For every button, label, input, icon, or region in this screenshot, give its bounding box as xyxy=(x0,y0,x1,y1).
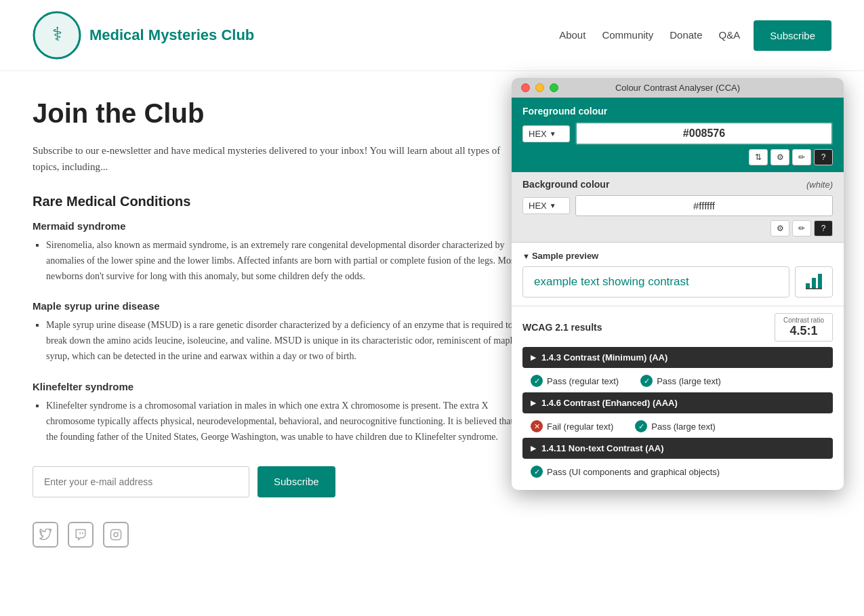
cca-1411-pass-ui-label: Pass (UI components and graphical object… xyxy=(547,467,720,477)
cca-bg-icons-row: ⚙ ✏ ? xyxy=(522,220,833,237)
minimize-button[interactable] xyxy=(535,83,544,92)
cca-contrast-label: Contrast ratio xyxy=(783,316,824,324)
cca-bg-hex-input[interactable] xyxy=(575,195,833,216)
svg-text:⚕: ⚕ xyxy=(52,24,62,45)
email-subscribe-button[interactable]: Subscribe xyxy=(258,466,335,497)
pass-regular-icon: ✓ xyxy=(531,375,543,387)
condition-title-klinefelter: Klinefelter syndrome xyxy=(33,381,527,392)
email-input[interactable] xyxy=(33,466,249,497)
cca-143-pass-large-label: Pass (large text) xyxy=(657,376,721,386)
svg-rect-5 xyxy=(806,283,810,289)
nav-qa[interactable]: Q&A xyxy=(719,29,741,41)
cca-swap-icon[interactable]: ⇅ xyxy=(749,149,768,165)
cca-wcag-title: WCAG 2.1 results xyxy=(522,322,602,333)
close-button[interactable] xyxy=(521,83,530,92)
condition-desc-maple: Maple syrup urine disease (MSUD) is a ra… xyxy=(46,317,527,364)
condition-title-mermaid: Mermaid syndrome xyxy=(33,220,527,232)
cca-preview-row: example text showing contrast xyxy=(522,266,833,297)
cca-146-fail-regular: ✕ Fail (regular text) xyxy=(531,420,613,432)
twitch-icon[interactable] xyxy=(68,522,94,548)
cca-fg-label: Foreground colour xyxy=(522,106,833,117)
cca-143-pass-regular-label: Pass (regular text) xyxy=(547,376,619,386)
pass-ui-icon: ✓ xyxy=(531,466,543,478)
nav-community[interactable]: Community xyxy=(602,29,653,41)
cca-fg-icons-row: ⇅ ⚙ ✏ ? xyxy=(522,149,833,165)
cca-fg-color-row: HEX ▼ xyxy=(522,122,833,145)
condition-mermaid: Mermaid syndrome Sirenomelia, also known… xyxy=(33,220,527,284)
cca-background-section: Background colour (white) HEX ▼ ⚙ ✏ ? xyxy=(512,172,844,243)
main-layout: Join the Club Subscribe to our e-newslet… xyxy=(0,71,864,575)
condition-klinefelter: Klinefelter syndrome Klinefelter syndrom… xyxy=(33,381,527,445)
cca-bg-label: Background colour xyxy=(522,179,609,190)
svg-point-4 xyxy=(118,531,119,533)
condition-desc-klinefelter: Klinefelter syndrome is a chromosomal va… xyxy=(46,398,527,445)
chevron-down-icon: ▼ xyxy=(550,202,556,209)
cca-bg-eyedropper-icon[interactable]: ✏ xyxy=(792,220,811,237)
cca-bg-help-icon[interactable]: ? xyxy=(814,220,833,237)
cca-146-fail-regular-label: Fail (regular text) xyxy=(547,422,613,432)
maximize-button[interactable] xyxy=(550,83,558,92)
section-heading: Rare Medical Conditions xyxy=(33,194,527,209)
svg-rect-7 xyxy=(818,274,822,289)
cca-result-143[interactable]: 1.4.3 Contrast (Minimum) (AA) xyxy=(522,347,833,368)
social-icons xyxy=(33,522,527,548)
navbar: ⚕ Medical Mysteries Club About Community… xyxy=(0,0,864,71)
cca-title: Colour Contrast Analyser (CCA) xyxy=(615,83,740,93)
cca-fg-format-dropdown[interactable]: HEX ▼ xyxy=(522,125,570,142)
cca-fg-hex-input[interactable] xyxy=(575,122,833,145)
nav-links: About Community Donate Q&A xyxy=(559,29,740,41)
cca-result-1411[interactable]: 1.4.11 Non-text Contrast (AA) xyxy=(522,438,833,459)
pass-large-icon: ✓ xyxy=(640,375,653,387)
chevron-down-icon: ▼ xyxy=(550,130,556,138)
condition-title-maple: Maple syrup urine disease xyxy=(33,300,527,312)
cca-contrast-value: 4.5:1 xyxy=(783,324,824,338)
page-title: Join the Club xyxy=(33,98,527,129)
condition-maple: Maple syrup urine disease Maple syrup ur… xyxy=(33,300,527,364)
cca-143-pass-fail: ✓ Pass (regular text) ✓ Pass (large text… xyxy=(522,371,833,392)
cca-1411-pass-ui: ✓ Pass (UI components and graphical obje… xyxy=(531,466,720,478)
cca-146-pass-fail: ✕ Fail (regular text) ✓ Pass (large text… xyxy=(522,416,833,438)
cca-wcag-section: WCAG 2.1 results Contrast ratio 4.5:1 1.… xyxy=(512,306,844,490)
logo-icon: ⚕ xyxy=(33,11,81,60)
intro-text: Subscribe to our e-newsletter and have m… xyxy=(33,142,527,175)
nav-subscribe-button[interactable]: Subscribe xyxy=(754,20,831,51)
cca-bg-white-label: (white) xyxy=(806,180,833,190)
nav-donate[interactable]: Donate xyxy=(670,29,702,41)
cca-foreground-section: Foreground colour HEX ▼ ⇅ ⚙ ✏ ? xyxy=(512,98,844,172)
cca-preview-section: Sample preview example text showing cont… xyxy=(512,243,844,306)
cca-bg-settings-icon[interactable]: ⚙ xyxy=(770,220,789,237)
cca-bg-color-row: HEX ▼ xyxy=(522,195,833,216)
svg-rect-2 xyxy=(111,529,121,539)
nav-about[interactable]: About xyxy=(559,29,585,41)
cca-eyedropper-icon[interactable]: ✏ xyxy=(792,149,811,165)
cca-window: Colour Contrast Analyser (CCA) Foregroun… xyxy=(512,78,844,490)
cca-wcag-header: WCAG 2.1 results Contrast ratio 4.5:1 xyxy=(522,313,833,342)
cca-chart-icon-button[interactable] xyxy=(795,266,833,297)
cca-1411-pass-fail: ✓ Pass (UI components and graphical obje… xyxy=(522,461,833,483)
cca-body: Foreground colour HEX ▼ ⇅ ⚙ ✏ ? xyxy=(512,98,844,490)
brand-name: Medical Mysteries Club xyxy=(89,26,254,44)
fail-regular-icon: ✕ xyxy=(531,420,543,432)
cca-help-icon[interactable]: ? xyxy=(814,149,833,165)
cca-result-146[interactable]: 1.4.6 Contrast (Enhanced) (AAA) xyxy=(522,392,833,413)
svg-point-3 xyxy=(114,533,118,537)
svg-rect-6 xyxy=(812,278,816,289)
cca-bg-label-row: Background colour (white) xyxy=(522,179,833,190)
cca-preview-label: Sample preview xyxy=(522,251,833,261)
content-area: Join the Club Subscribe to our e-newslet… xyxy=(33,98,527,548)
chart-bar-icon xyxy=(803,271,825,293)
cca-143-pass-regular: ✓ Pass (regular text) xyxy=(531,375,619,387)
email-form: Subscribe xyxy=(33,466,527,497)
cca-contrast-box: Contrast ratio 4.5:1 xyxy=(775,313,833,342)
twitter-icon[interactable] xyxy=(33,522,58,548)
cca-146-pass-large: ✓ Pass (large text) xyxy=(635,420,716,432)
cca-bg-format-dropdown[interactable]: HEX ▼ xyxy=(522,197,570,214)
condition-desc-mermaid: Sirenomelia, also known as mermaid syndr… xyxy=(46,237,527,284)
cca-preview-text: example text showing contrast xyxy=(522,266,789,297)
logo-area: ⚕ Medical Mysteries Club xyxy=(33,11,254,60)
cca-settings-icon[interactable]: ⚙ xyxy=(770,149,789,165)
cca-143-pass-large: ✓ Pass (large text) xyxy=(640,375,721,387)
instagram-icon[interactable] xyxy=(103,522,129,548)
cca-titlebar: Colour Contrast Analyser (CCA) xyxy=(512,78,844,98)
cca-146-pass-large-label: Pass (large text) xyxy=(651,422,716,432)
